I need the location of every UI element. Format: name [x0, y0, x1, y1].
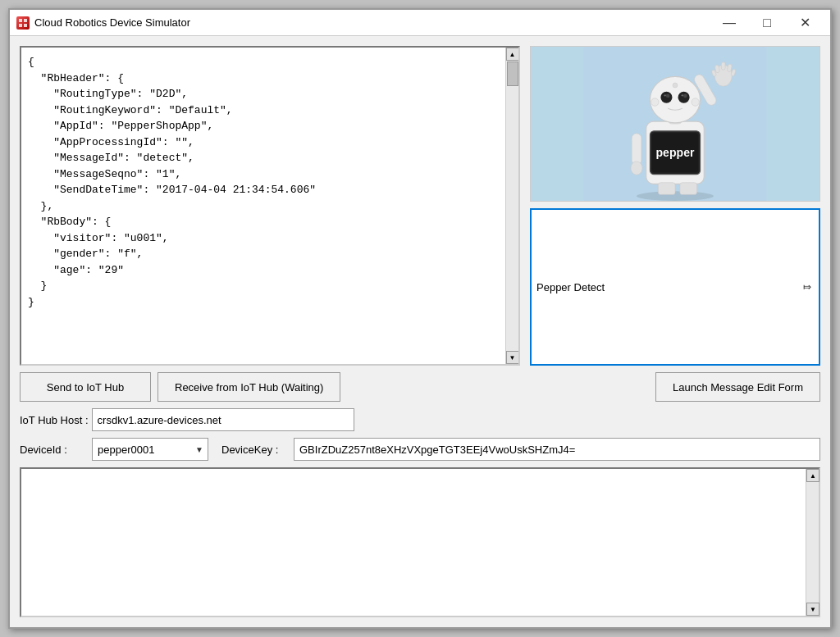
- svg-text:pepper: pepper: [656, 146, 696, 159]
- device-id-input[interactable]: [93, 439, 191, 460]
- device-fields-row: DeviceId : ▼ DeviceKey :: [20, 438, 820, 461]
- svg-rect-3: [24, 24, 27, 27]
- device-id-group: DeviceId : ▼: [20, 438, 208, 461]
- scroll-thumb[interactable]: [507, 61, 518, 86]
- iot-host-row: IoT Hub Host :: [20, 408, 820, 431]
- top-section: { "RbHeader": { "RoutingType": "D2D", "R…: [20, 46, 820, 366]
- device-key-input[interactable]: [294, 438, 820, 461]
- json-text-area[interactable]: { "RbHeader": { "RoutingType": "D2D", "R…: [21, 48, 505, 364]
- svg-point-22: [678, 92, 690, 103]
- title-bar: Cloud Robotics Device Simulator — □ ✕: [10, 10, 830, 36]
- log-scroll-up-btn[interactable]: ▲: [806, 469, 819, 482]
- device-key-label: DeviceKey :: [221, 444, 287, 456]
- device-id-label: DeviceId :: [20, 444, 85, 456]
- app-icon: [16, 16, 30, 30]
- scroll-up-btn[interactable]: ▲: [506, 48, 519, 61]
- svg-point-24: [683, 94, 687, 98]
- launch-message-edit-button[interactable]: Launch Message Edit Form: [655, 372, 820, 402]
- svg-rect-2: [19, 24, 22, 27]
- close-button[interactable]: ✕: [786, 10, 824, 36]
- svg-rect-1: [24, 19, 27, 22]
- device-key-group: DeviceKey :: [221, 438, 820, 461]
- svg-rect-0: [19, 19, 22, 22]
- json-panel: { "RbHeader": { "RoutingType": "D2D", "R…: [20, 46, 520, 366]
- scroll-track[interactable]: [506, 61, 518, 351]
- maximize-button[interactable]: □: [748, 10, 786, 36]
- scroll-down-btn[interactable]: ▼: [506, 351, 519, 364]
- svg-point-14: [631, 162, 642, 175]
- svg-point-21: [660, 92, 672, 103]
- svg-rect-8: [721, 62, 725, 70]
- device-id-wrapper: ▼: [92, 438, 208, 461]
- buttons-row: Send to IoT Hub Receive from IoT Hub (Wa…: [20, 372, 820, 402]
- robot-image: pepper: [530, 46, 820, 202]
- svg-point-25: [664, 94, 665, 96]
- svg-point-26: [682, 94, 683, 96]
- main-window: Cloud Robotics Device Simulator — □ ✕ { …: [8, 8, 832, 629]
- json-scrollbar: ▲ ▼: [505, 48, 518, 364]
- log-text-area[interactable]: [21, 469, 806, 616]
- svg-point-23: [666, 94, 670, 98]
- log-scroll-track[interactable]: [806, 482, 819, 603]
- svg-point-28: [651, 98, 659, 106]
- svg-point-29: [692, 98, 699, 106]
- window-title: Cloud Robotics Device Simulator: [34, 16, 710, 29]
- window-controls: — □ ✕: [710, 10, 824, 36]
- svg-rect-13: [632, 134, 641, 165]
- main-content: { "RbHeader": { "RoutingType": "D2D", "R…: [10, 36, 830, 627]
- log-scroll-down-btn[interactable]: ▼: [806, 603, 819, 616]
- minimize-button[interactable]: —: [710, 10, 748, 36]
- message-type-dropdown[interactable]: Pepper Detect Pepper Greet Pepper Info: [532, 210, 796, 364]
- svg-rect-30: [658, 183, 675, 195]
- svg-rect-31: [680, 183, 697, 195]
- message-type-dropdown-wrapper[interactable]: Pepper Detect Pepper Greet Pepper Info ⤇: [530, 208, 820, 366]
- iot-host-label: IoT Hub Host :: [20, 414, 89, 426]
- right-panel: pepper: [530, 46, 820, 366]
- dropdown-chevron-icon[interactable]: ⤇: [796, 210, 819, 364]
- iot-host-input[interactable]: [92, 408, 354, 431]
- receive-from-iot-hub-button[interactable]: Receive from IoT Hub (Waiting): [158, 372, 340, 402]
- log-panel: ▲ ▼: [20, 467, 820, 617]
- send-to-iot-hub-button[interactable]: Send to IoT Hub: [20, 372, 151, 402]
- svg-point-27: [673, 83, 678, 88]
- device-id-dropdown-arrow[interactable]: ▼: [191, 439, 208, 460]
- log-scrollbar: ▲ ▼: [806, 469, 819, 616]
